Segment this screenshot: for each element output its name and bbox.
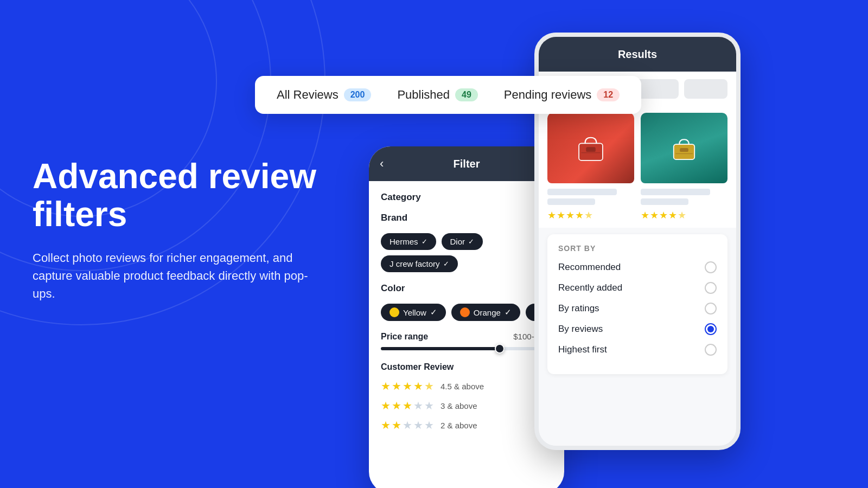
tab-pending-badge: 12 (597, 88, 620, 101)
filter-title: Filter (454, 158, 480, 170)
stars-2: ★★★★★ (381, 419, 435, 432)
tab-all-reviews[interactable]: All Reviews 200 (277, 88, 371, 102)
product-name-bar-2 (641, 189, 710, 195)
product-name-bar-1 (547, 189, 617, 195)
tab-all-reviews-label: All Reviews (277, 88, 339, 102)
product-card-2[interactable]: ★★★★★ (641, 113, 727, 221)
category-label: Category (381, 192, 421, 203)
color-chips: Yellow ✓ Orange ✓ Pink ✓ (381, 304, 552, 321)
color-row-header: Color (381, 283, 552, 294)
chip-crew-check: ✓ (443, 260, 449, 268)
star-row-4-5[interactable]: ★★★★★ 4.5 & above (381, 380, 552, 393)
hero-subtitle: Collect photo reviews for richer engagem… (33, 249, 326, 303)
product-name-bar-2b (641, 198, 688, 205)
sort-title: SORT BY (558, 244, 717, 253)
sort-by-ratings[interactable]: By ratings (558, 303, 717, 314)
color-label: Color (381, 283, 405, 294)
tab-all-reviews-badge: 200 (344, 88, 372, 101)
sort-panel: SORT BY Recommended Recently added By ra… (547, 234, 727, 374)
product-img-1 (547, 113, 634, 183)
tab-published-label: Published (397, 88, 450, 102)
yellow-dot (390, 307, 399, 317)
star-label-2: 2 & above (441, 421, 536, 430)
sort-recommended-label: Recommended (558, 262, 621, 273)
chip-dior[interactable]: Dior ✓ (442, 233, 483, 250)
slider-fill (381, 347, 505, 350)
chip-crew-label: J crew factory (390, 259, 440, 268)
price-label: Price range (381, 332, 428, 342)
sort-radio-reviews[interactable] (705, 323, 717, 335)
results-grid: ★★★★★ ★★★★★ (539, 106, 736, 228)
sort-by-reviews[interactable]: By reviews (558, 323, 717, 335)
product-card-1[interactable]: ★★★★★ (547, 113, 634, 221)
product-stars-2: ★★★★★ (641, 209, 727, 221)
tab-published-badge: 49 (455, 88, 478, 101)
sort-radio-highest[interactable] (705, 344, 717, 356)
chip-yellow-check: ✓ (430, 307, 437, 317)
sort-by-reviews-label: By reviews (558, 324, 603, 335)
svg-rect-1 (586, 147, 596, 152)
sort-radio-ratings[interactable] (705, 303, 717, 314)
bag-icon-yellow (665, 129, 703, 167)
chip-crew[interactable]: J crew factory ✓ (381, 255, 458, 272)
hero-section: Advanced review filters Collect photo re… (33, 157, 326, 303)
chip-dior-label: Dior (450, 237, 465, 246)
orange-dot (460, 307, 470, 317)
tab-card: All Reviews 200 Published 49 Pending rev… (255, 76, 641, 114)
star-label-3: 3 & above (441, 401, 536, 410)
bag-icon-red (572, 129, 610, 167)
stars-3: ★★★★★ (381, 399, 435, 412)
customer-review-label: Customer Review (381, 362, 552, 372)
slider-thumb[interactable] (495, 344, 505, 354)
sort-highest-first-label: Highest first (558, 344, 607, 355)
chip-hermes[interactable]: Hermes ✓ (381, 233, 436, 250)
chip-yellow-label: Yellow (403, 308, 426, 317)
results-filter-box[interactable] (684, 79, 727, 99)
price-range-row: Price range $100-$200 (381, 332, 552, 342)
tab-pending-label: Pending reviews (504, 88, 591, 102)
chip-orange-label: Orange (474, 308, 501, 317)
sort-recently-added[interactable]: Recently added (558, 282, 717, 294)
brand-label: Brand (381, 213, 407, 223)
price-slider[interactable] (381, 347, 552, 350)
sort-radio-recommended[interactable] (705, 261, 717, 273)
brand-row: Brand View (381, 213, 552, 223)
chip-orange-check: ✓ (505, 307, 512, 317)
product-img-2 (641, 113, 727, 183)
chip-orange[interactable]: Orange ✓ (451, 304, 520, 321)
sort-radio-recently-added[interactable] (705, 282, 717, 294)
svg-rect-4 (680, 148, 688, 152)
chip-yellow[interactable]: Yellow ✓ (381, 304, 446, 321)
results-title: Results (618, 48, 657, 61)
hero-title: Advanced review filters (33, 157, 326, 234)
product-name-bar-1b (547, 198, 595, 205)
star-row-2[interactable]: ★★★★★ 2 & above (381, 419, 552, 432)
results-header: Results (539, 37, 736, 72)
chip-hermes-label: Hermes (390, 237, 418, 246)
chip-hermes-check: ✓ (422, 237, 427, 246)
stars-4-5: ★★★★★ (381, 380, 435, 393)
star-label-4-5: 4.5 & above (441, 382, 536, 391)
sort-highest-first[interactable]: Highest first (558, 344, 717, 356)
chip-dior-check: ✓ (468, 237, 474, 246)
sort-by-ratings-label: By ratings (558, 303, 599, 314)
tab-pending[interactable]: Pending reviews 12 (504, 88, 620, 102)
sort-recently-added-label: Recently added (558, 282, 622, 293)
product-stars-1: ★★★★★ (547, 209, 634, 221)
back-arrow-icon[interactable]: ‹ (380, 157, 384, 171)
category-row: Category View (381, 192, 552, 203)
sort-recommended[interactable]: Recommended (558, 261, 717, 273)
brand-chips: Hermes ✓ Dior ✓ J crew factory ✓ (381, 233, 552, 272)
star-row-3[interactable]: ★★★★★ 3 & above (381, 399, 552, 412)
tab-published[interactable]: Published 49 (397, 88, 477, 102)
